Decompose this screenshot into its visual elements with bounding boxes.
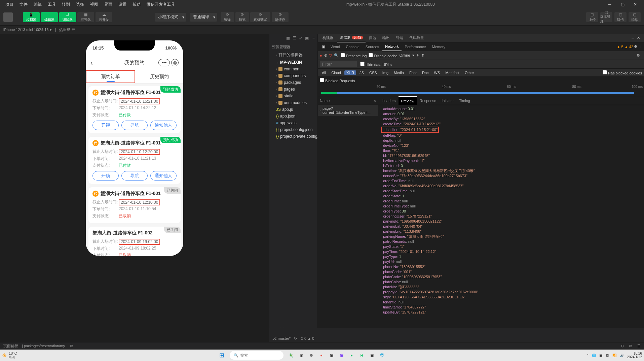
mode-button[interactable]: 📱模拟器 — [23, 12, 40, 22]
taskbar-app-icon[interactable]: ⚙ — [307, 351, 316, 360]
minimize-icon[interactable]: ─ — [632, 36, 634, 40]
device-select[interactable]: iPhone 12/13 mini 100% 16 ▾ — [3, 28, 52, 32]
taskbar-app-icon[interactable]: H — [357, 351, 366, 360]
menu-item[interactable]: 选择 — [73, 2, 87, 7]
file-item[interactable]: {} app.json — [269, 113, 317, 120]
action-button[interactable]: ⟳真机调试 — [250, 12, 270, 22]
status-icon[interactable]: ⧉ — [629, 344, 632, 348]
sync-icon[interactable]: ↻ — [294, 336, 297, 341]
taskbar-app-icon[interactable]: 🦎 — [287, 351, 296, 360]
status-icon[interactable]: ⊙ — [621, 344, 624, 348]
file-item[interactable]: {} project.private.config.js... — [269, 133, 317, 140]
compile-mode-select[interactable]: 小程序模式 — [155, 13, 186, 22]
mode-button[interactable]: 编辑器 — [41, 12, 58, 22]
taskbar-app-icon[interactable]: ● — [347, 351, 356, 360]
devtools-tab[interactable]: 构建器 — [320, 34, 336, 42]
phone-tab[interactable]: 历史预约 — [135, 70, 183, 83]
panel-icon[interactable]: ⋯ — [311, 36, 315, 40]
nav-button[interactable]: 导航 — [121, 171, 148, 180]
clock-time[interactable]: 16:16 — [627, 352, 642, 355]
panel-icon[interactable]: ▣ — [305, 36, 309, 40]
menu-item[interactable]: 编辑 — [31, 2, 44, 7]
filter-type[interactable]: Img — [380, 70, 390, 75]
clock-date[interactable]: 2024/1/12 — [627, 355, 642, 359]
menu-dots-icon[interactable]: ••• — [158, 59, 170, 66]
online-select[interactable]: Online ▾ — [400, 53, 414, 58]
taskbar-app-icon[interactable]: 🐬 — [378, 351, 386, 360]
filter-type[interactable]: Other — [463, 70, 476, 75]
filter-input[interactable] — [320, 61, 357, 67]
mode-button[interactable]: ⇄调试器 — [59, 12, 76, 22]
filter-type[interactable]: XHR — [344, 70, 356, 75]
minimize-button[interactable]: ─ — [604, 0, 616, 9]
folder-item[interactable]: › uni_modules — [269, 99, 317, 106]
detail-tab[interactable]: Preview — [399, 96, 417, 105]
devtools-tab[interactable]: 调试器5, 42 — [337, 34, 366, 42]
download-icon[interactable]: ⬇ — [416, 53, 419, 58]
preserve-log-checkbox[interactable]: Preserve log — [341, 53, 367, 58]
devtools-subtab[interactable]: Memory — [429, 42, 448, 51]
hot-reload[interactable]: 热重载 开 — [59, 27, 75, 32]
menu-item[interactable]: 工具 — [45, 2, 59, 7]
inspect-icon[interactable]: ▣ — [320, 44, 327, 49]
menu-item[interactable]: 项目 — [3, 2, 16, 7]
order-list[interactable]: 预约成功代蟹湖大街-道路停车位 F1-001截止入场时间:2024-01-10 … — [86, 84, 183, 256]
filter-type[interactable]: Font — [407, 70, 419, 75]
detail-tab[interactable]: Headers — [379, 96, 399, 105]
copy-icon[interactable]: ⧉ — [70, 344, 73, 348]
mode-button[interactable]: ▦可视化 — [77, 12, 94, 22]
status-icon[interactable]: ☰ — [637, 344, 641, 348]
filter-type[interactable]: JS — [357, 70, 366, 75]
file-item[interactable]: # app.wxss — [269, 120, 317, 126]
page-path[interactable]: 页面路径：| packages/reservation/my — [3, 343, 65, 349]
gear-icon[interactable]: ⚙ ⋮ — [634, 44, 642, 49]
filter-type[interactable]: Cloud — [329, 70, 343, 75]
devtools-subtab[interactable]: Wxml — [328, 42, 343, 51]
filter-type[interactable]: Doc — [420, 70, 431, 75]
tray-icon[interactable]: 🌐 — [592, 354, 596, 357]
menu-item[interactable]: 转到 — [59, 2, 73, 7]
disable-cache-checkbox[interactable]: Disable cache — [369, 53, 397, 58]
network-timeline[interactable]: 20 ms 40 ms 60 ms 80 ms 100 ms — [318, 84, 644, 96]
notify-button[interactable]: 通知他人 — [150, 171, 177, 180]
unlock-button[interactable]: 开锁 — [92, 171, 119, 180]
menu-item[interactable]: 帮助 — [130, 2, 143, 7]
mode-button[interactable]: ☁云开发 — [96, 12, 112, 22]
tray-icon[interactable]: 🔊 — [620, 354, 624, 357]
close-icon[interactable]: × — [374, 99, 376, 103]
tray-icon[interactable]: 🖥 — [606, 354, 609, 357]
filter-type[interactable]: CSS — [367, 70, 379, 75]
opened-editors[interactable]: ›打开的编辑器 — [269, 51, 317, 59]
close-button[interactable]: ✕ — [629, 0, 641, 9]
project-root[interactable]: ⌄MP-WEIXIN — [269, 59, 317, 66]
maximize-button[interactable]: ▢ — [616, 0, 629, 9]
devtools-subtab[interactable]: Network — [382, 42, 401, 51]
menu-item[interactable]: 视图 — [87, 2, 101, 7]
git-branch[interactable]: ⎇ master* — [272, 336, 291, 341]
right-button[interactable]: ▢上传 — [586, 12, 598, 22]
back-icon[interactable]: ‹ — [90, 59, 93, 67]
panel-icon[interactable]: ▦ — [286, 36, 290, 40]
folder-item[interactable]: › packages — [269, 79, 317, 86]
search-icon[interactable]: 🔍 — [334, 53, 339, 58]
record-icon[interactable]: ● — [320, 54, 322, 58]
menu-item[interactable]: 微信开发者工具 — [144, 2, 178, 7]
unlock-button[interactable]: 开锁 — [92, 121, 119, 130]
notify-button[interactable]: 通知他人 — [150, 121, 177, 130]
upload-icon[interactable]: ⬆ — [421, 53, 424, 58]
folder-item[interactable]: › common — [269, 66, 317, 72]
avatar[interactable] — [3, 12, 13, 22]
detail-tab[interactable]: Initiator — [439, 96, 456, 105]
taskbar-search[interactable]: 🔍 搜索 — [230, 351, 283, 360]
action-button[interactable]: ⟳编译 — [221, 12, 234, 22]
blocked-requests-checkbox[interactable]: Blocked Requests — [320, 78, 355, 83]
file-item[interactable]: JS app.js — [269, 106, 317, 113]
phone-tab[interactable]: 预约订单 — [86, 70, 135, 83]
tray-icon[interactable]: ▣ — [599, 354, 602, 357]
taskbar-app-icon[interactable]: ▣ — [297, 351, 306, 360]
action-button[interactable]: ⟳清缓存 — [272, 12, 289, 22]
devtools-tab[interactable]: 问题 — [366, 34, 379, 42]
nav-button[interactable]: 导航 — [121, 121, 148, 130]
folder-item[interactable]: › pages — [269, 86, 317, 93]
folder-item[interactable]: › static — [269, 93, 317, 99]
